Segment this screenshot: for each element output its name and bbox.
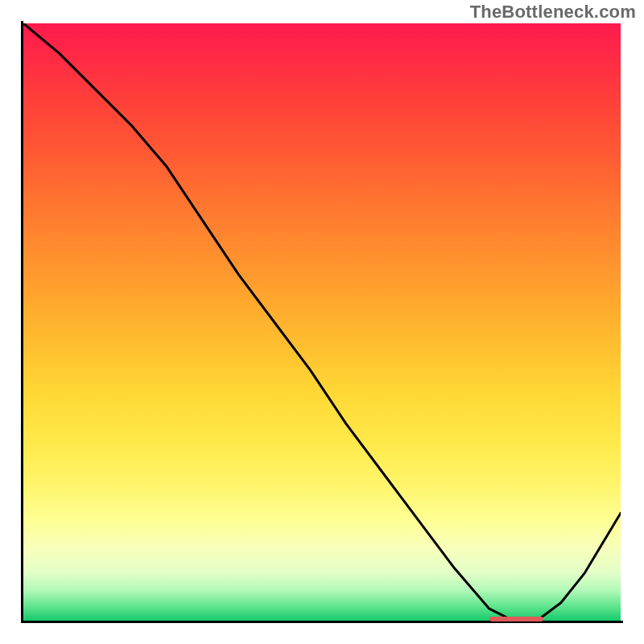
curve-layer bbox=[23, 23, 621, 621]
optimal-range-marker bbox=[489, 617, 543, 621]
bottleneck-curve-path bbox=[23, 23, 621, 621]
watermark-text: TheBottleneck.com bbox=[470, 2, 636, 23]
chart-stage: TheBottleneck.com bbox=[0, 0, 644, 644]
